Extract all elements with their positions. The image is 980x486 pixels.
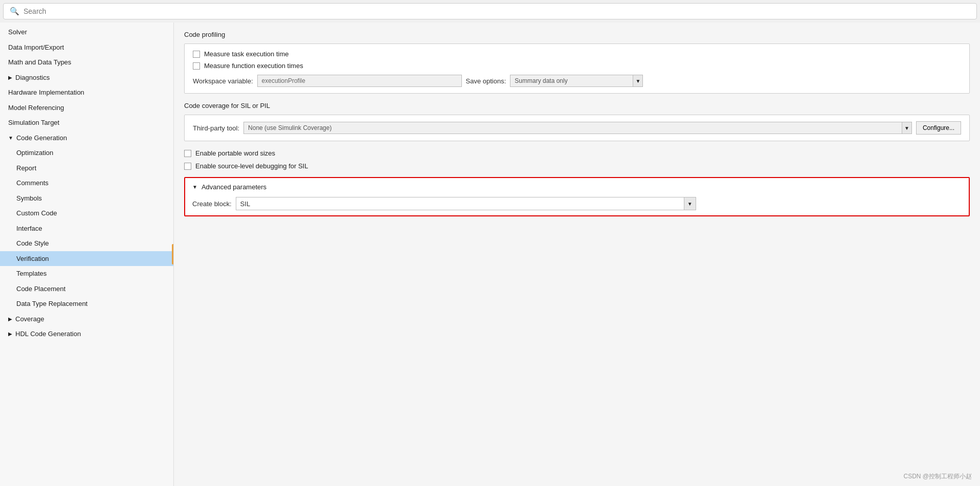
portable-word-row: Enable portable word sizes [184,149,970,157]
create-block-value: SIL [236,200,684,208]
search-icon: 🔍 [10,7,19,16]
create-block-label: Create block: [192,200,232,208]
search-bar: 🔍 [3,3,977,19]
sidebar-item-model-referencing[interactable]: Model Referencing [0,100,173,116]
sidebar-item-custom-code[interactable]: Custom Code [0,206,173,221]
measure-task-label: Measure task execution time [204,50,288,58]
third-party-row: Third-party tool: None (use Simulink Cov… [193,121,961,135]
main-panel: Code profiling Measure task execution ti… [174,23,980,486]
arrow-right-icon-3 [8,330,12,338]
sidebar-item-data-type-replacement[interactable]: Data Type Replacement [0,296,173,312]
sidebar-item-coverage[interactable]: Coverage [0,312,173,327]
third-party-value: None (use Simulink Coverage) [244,124,902,131]
create-block-dropdown[interactable]: SIL ▼ [236,197,696,210]
source-level-row: Enable source-level debugging for SIL [184,162,970,170]
save-options-value: Summary data only [510,77,633,84]
code-profiling-title: Code profiling [184,31,970,38]
portable-word-checkbox[interactable] [184,150,191,157]
search-input[interactable] [24,7,970,15]
measure-function-label: Measure function execution times [204,62,303,70]
sidebar-item-symbols[interactable]: Symbols [0,191,173,206]
sidebar-item-math-data-types[interactable]: Math and Data Types [0,55,173,70]
arrow-right-icon [8,74,12,81]
sidebar-item-code-generation[interactable]: Code Generation [0,130,173,146]
create-block-row: Create block: SIL ▼ [192,197,962,210]
sidebar-item-solver[interactable]: Solver [0,25,173,40]
sidebar-item-report[interactable]: Report [0,161,173,176]
sidebar-item-interface[interactable]: Interface [0,221,173,236]
save-options-dropdown[interactable]: Summary data only ▼ [510,75,643,87]
source-level-label: Enable source-level debugging for SIL [195,162,308,170]
measure-function-row: Measure function execution times [193,62,961,70]
save-options-label: Save options: [466,77,506,85]
sidebar-item-hdl-code-generation[interactable]: HDL Code Generation [0,326,173,342]
source-level-checkbox[interactable] [184,163,191,170]
sidebar-item-verification[interactable]: Verification [0,251,173,267]
code-coverage-title: Code coverage for SIL or PIL [184,102,970,109]
main-container: 🔍 Solver Data Import/Export Math and Dat… [0,0,980,486]
arrow-right-icon-2 [8,315,12,323]
content-area: Solver Data Import/Export Math and Data … [0,23,980,486]
sidebar: Solver Data Import/Export Math and Data … [0,23,174,486]
third-party-dropdown[interactable]: None (use Simulink Coverage) ▼ [243,122,912,134]
arrow-down-icon [8,134,13,142]
sidebar-item-diagnostics[interactable]: Diagnostics [0,70,173,85]
portable-word-label: Enable portable word sizes [195,149,275,157]
sidebar-item-comments[interactable]: Comments [0,175,173,191]
measure-task-checkbox[interactable] [193,51,200,58]
watermark: CSDN @控制工程师小赵 [903,472,972,481]
advanced-title: Advanced parameters [202,183,266,191]
measure-task-row: Measure task execution time [193,50,961,58]
workspace-label: Workspace variable: [193,77,253,85]
advanced-header: Advanced parameters [192,183,962,191]
save-options-arrow-icon: ▼ [633,75,642,86]
workspace-row: Workspace variable: Save options: Summar… [193,75,961,87]
sidebar-item-simulation-target[interactable]: Simulation Target [0,115,173,130]
sidebar-item-hardware-implementation[interactable]: Hardware Implementation [0,85,173,100]
sidebar-item-code-style[interactable]: Code Style [0,236,173,251]
sidebar-item-code-placement[interactable]: Code Placement [0,281,173,297]
sidebar-item-templates[interactable]: Templates [0,266,173,281]
workspace-input[interactable] [257,75,462,87]
advanced-arrow-icon [192,184,197,190]
create-block-arrow-icon: ▼ [684,197,696,210]
advanced-section: Advanced parameters Create block: SIL ▼ [184,177,970,216]
code-profiling-box: Measure task execution time Measure func… [184,43,970,94]
sidebar-item-optimization[interactable]: Optimization [0,145,173,161]
measure-function-checkbox[interactable] [193,62,200,70]
configure-button[interactable]: Configure... [916,121,961,135]
third-party-label: Third-party tool: [193,124,239,132]
sidebar-item-data-import-export[interactable]: Data Import/Export [0,40,173,55]
code-coverage-box: Third-party tool: None (use Simulink Cov… [184,115,970,141]
third-party-arrow-icon: ▼ [902,122,911,134]
